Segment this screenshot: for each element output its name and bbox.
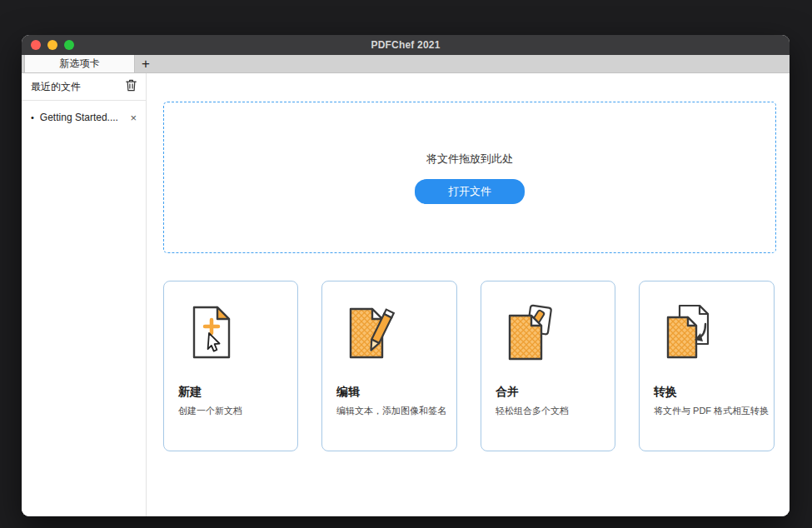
traffic-lights: [31, 35, 74, 55]
tab-bar: 新选项卡 +: [22, 55, 790, 73]
file-drop-zone[interactable]: 将文件拖放到此处 打开文件: [163, 102, 776, 253]
app-window: PDFChef 2021 新选项卡 + 最近的文件: [22, 35, 790, 516]
recent-files-title: 最近的文件: [31, 80, 81, 94]
card-description: 轻松组合多个文档: [496, 405, 603, 417]
drop-zone-hint: 将文件拖放到此处: [426, 152, 513, 167]
card-title: 合并: [496, 385, 603, 400]
new-tab-button[interactable]: +: [135, 55, 157, 72]
recent-file-label: Getting Started....: [40, 112, 125, 123]
bullet-icon: •: [31, 112, 34, 122]
card-convert[interactable]: 转换 将文件与 PDF 格式相互转换: [639, 281, 775, 451]
maximize-window-button[interactable]: [64, 40, 74, 50]
merge-documents-icon: [503, 303, 556, 361]
new-document-icon: [186, 303, 239, 361]
sidebar-recent-files: 最近的文件 • Getting Started.... ×: [22, 73, 147, 516]
convert-document-icon: [661, 303, 715, 361]
open-file-button[interactable]: 打开文件: [415, 179, 525, 204]
card-title: 编辑: [336, 385, 445, 400]
card-description: 编辑文本，添加图像和签名: [336, 405, 445, 417]
window-title: PDFChef 2021: [371, 39, 440, 51]
titlebar: PDFChef 2021: [22, 35, 790, 55]
card-description: 将文件与 PDF 格式相互转换: [654, 405, 762, 417]
sidebar-header: 最近的文件: [22, 73, 146, 101]
card-description: 创建一个新文档: [178, 405, 286, 417]
clear-recent-button[interactable]: [126, 79, 137, 95]
card-title: 转换: [654, 385, 762, 400]
tab-label: 新选项卡: [60, 57, 100, 71]
minimize-window-button[interactable]: [47, 40, 57, 50]
card-merge[interactable]: 合并 轻松组合多个文档: [481, 281, 615, 451]
card-title: 新建: [178, 385, 286, 400]
tab-new-tab[interactable]: 新选项卡: [24, 55, 135, 72]
plus-icon: +: [142, 57, 150, 71]
trash-icon: [126, 79, 137, 95]
edit-document-icon: [344, 303, 397, 361]
card-new[interactable]: 新建 创建一个新文档: [163, 281, 298, 451]
main-area: 将文件拖放到此处 打开文件 新建 创建一个新文档: [147, 73, 790, 516]
action-cards: 新建 创建一个新文档: [163, 281, 776, 451]
close-window-button[interactable]: [31, 40, 41, 50]
close-recent-icon[interactable]: ×: [130, 112, 137, 123]
card-edit[interactable]: 编辑 编辑文本，添加图像和签名: [321, 281, 457, 451]
recent-file-item[interactable]: • Getting Started.... ×: [22, 101, 146, 134]
